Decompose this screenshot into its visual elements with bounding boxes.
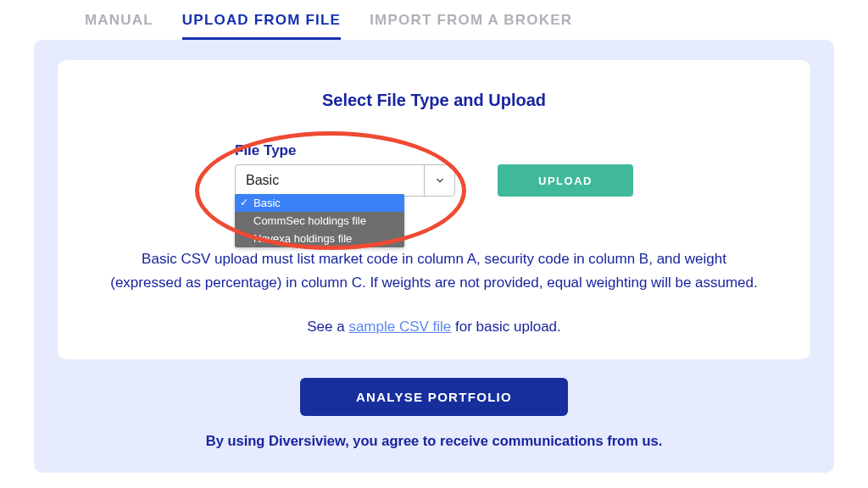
sample-row: See a sample CSV file for basic upload.: [92, 319, 776, 336]
help-line-1: Basic CSV upload must list market code i…: [142, 251, 726, 267]
card-title: Select File Type and Upload: [92, 91, 776, 110]
dropdown-option-navexa[interactable]: Navexa holdings file: [235, 230, 404, 247]
tab-manual[interactable]: MANUAL: [85, 12, 153, 40]
consent-text: By using Diversiview, you agree to recei…: [58, 433, 810, 449]
upload-card: Select File Type and Upload File Type Ba…: [58, 60, 810, 359]
content-frame: Select File Type and Upload File Type Ba…: [34, 40, 834, 473]
upload-button[interactable]: UPLOAD: [498, 164, 633, 197]
file-type-row: File Type Basic Basic CommSec holdings f…: [92, 142, 776, 197]
tab-upload-from-file[interactable]: UPLOAD FROM FILE: [182, 12, 341, 40]
analyse-portfolio-button[interactable]: ANALYSE PORTFOLIO: [300, 378, 568, 416]
tab-import-from-broker[interactable]: IMPORT FROM A BROKER: [370, 12, 572, 40]
chevron-down-icon: [424, 165, 454, 196]
dropdown-option-basic[interactable]: Basic: [235, 194, 404, 212]
sample-suffix: for basic upload.: [451, 319, 560, 335]
file-type-selected-value: Basic: [236, 173, 424, 188]
help-line-2: (expressed as percentage) in column C. I…: [110, 274, 758, 291]
sample-prefix: See a: [307, 319, 348, 335]
tab-bar: MANUAL UPLOAD FROM FILE IMPORT FROM A BR…: [34, 0, 834, 40]
dropdown-option-commsec[interactable]: CommSec holdings file: [235, 212, 404, 230]
file-type-label: File Type: [235, 142, 455, 159]
file-type-dropdown: Basic CommSec holdings file Navexa holdi…: [235, 194, 404, 247]
help-text: Basic CSV upload must list market code i…: [92, 247, 776, 295]
sample-csv-link[interactable]: sample CSV file: [348, 319, 451, 335]
file-type-select[interactable]: Basic: [235, 164, 455, 197]
